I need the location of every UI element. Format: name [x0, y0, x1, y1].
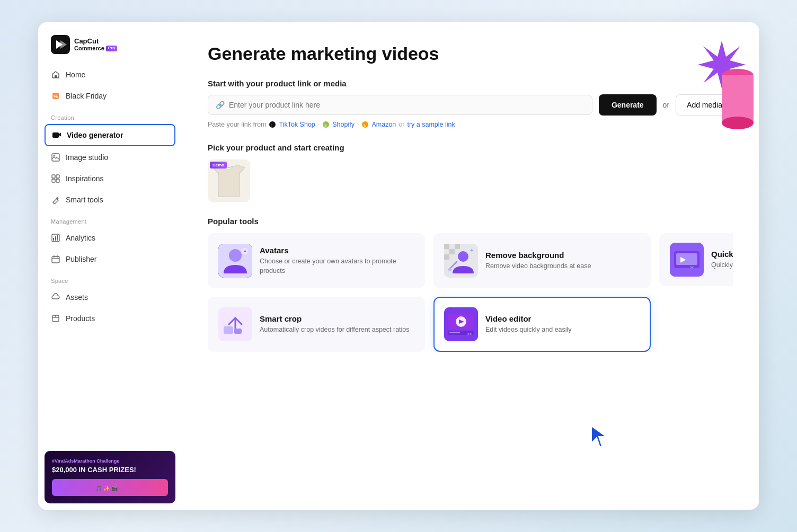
avatars-thumb: ✦	[218, 244, 252, 278]
tools-left-col: ✦ Avatars Choose or create your own avat…	[208, 233, 425, 352]
wand-icon	[51, 195, 60, 205]
svg-point-47	[448, 268, 451, 271]
remove-bg-desc: Remove video backgrounds at ease	[485, 262, 591, 271]
sidebar-item-smart-tools-label: Smart tools	[66, 196, 103, 204]
sidebar-item-inspirations[interactable]: Inspirations	[45, 169, 175, 189]
sidebar-item-image-studio[interactable]: Image studio	[45, 147, 175, 167]
sidebar-item-home[interactable]: Home	[45, 65, 175, 85]
svg-rect-43	[455, 244, 460, 249]
main-content: Generate marketing videos Start with you…	[182, 22, 759, 510]
quick-cut-info: Quick cu... Quickly editing t...	[711, 250, 733, 270]
svg-text:▶: ▶	[680, 255, 686, 263]
video-editor-thumb: ✂	[444, 307, 478, 341]
try-sample-link[interactable]: try a sample link	[407, 121, 455, 128]
link-input-wrap[interactable]: 🔗	[208, 95, 592, 115]
tiktok-icon: t	[269, 121, 276, 128]
amazon-icon: a	[361, 121, 369, 128]
logo-commerce: Commerce Pro	[74, 45, 117, 51]
link-icon: 🔗	[216, 101, 225, 109]
logo-text: CapCut Commerce Pro	[74, 38, 117, 51]
svg-rect-7	[52, 175, 55, 178]
video-editor-info: Video editor Edit videos quickly and eas…	[485, 314, 572, 335]
product-link-input[interactable]	[229, 101, 585, 109]
app-container: CapCut Commerce Pro Home	[38, 22, 759, 510]
demo-badge: Demo	[210, 162, 227, 169]
chart-icon	[51, 233, 60, 243]
generate-button[interactable]: Generate	[599, 94, 657, 116]
pro-badge: Pro	[106, 46, 117, 51]
product-link-row: 🔗 Generate or Add media	[208, 94, 733, 116]
smart-crop-info: Smart crop Automatically crop videos for…	[260, 314, 410, 335]
svg-rect-5	[52, 154, 59, 161]
svg-rect-14	[57, 235, 58, 241]
tag-icon: %	[51, 91, 60, 101]
image-icon	[51, 153, 60, 162]
page-title: Generate marketing videos	[208, 43, 733, 64]
smart-crop-thumb	[218, 307, 252, 341]
overflow-spacer	[659, 295, 733, 348]
svg-rect-42	[449, 249, 455, 254]
smart-crop-desc: Automatically crop videos for different …	[260, 325, 410, 335]
svg-rect-44	[444, 254, 449, 260]
sidebar-item-black-friday[interactable]: % Black Friday	[45, 86, 175, 106]
sidebar-item-publisher[interactable]: Publisher	[45, 249, 175, 269]
sidebar: CapCut Commerce Pro Home	[38, 22, 182, 510]
svg-text:t: t	[271, 123, 272, 127]
sidebar-item-publisher-label: Publisher	[66, 255, 96, 263]
svg-rect-12	[53, 238, 54, 241]
tools-right-col: ✦ Remove background Remove video backgro…	[433, 233, 651, 352]
svg-rect-15	[52, 256, 59, 263]
section-management-label: Management	[45, 211, 175, 228]
svg-rect-57	[676, 253, 697, 265]
svg-rect-41	[444, 244, 449, 249]
tool-card-video-editor[interactable]: ✂ Video editor Edit videos quickly and e…	[433, 297, 651, 352]
promo-banner[interactable]: #ViralAdsMarathon Challenge $20,000 IN C…	[45, 451, 175, 503]
svg-rect-39	[234, 329, 242, 334]
sidebar-item-black-friday-label: Black Friday	[66, 92, 107, 100]
shopify-icon: S	[322, 121, 330, 128]
smart-crop-title: Smart crop	[260, 314, 410, 323]
svg-text:%: %	[54, 94, 58, 99]
cursor-overlay	[589, 424, 610, 451]
paste-hint: Paste your link from t TikTok Shop · S S…	[208, 121, 733, 128]
banner-graphic: 🎵 ✨ 🎬	[94, 482, 126, 493]
link-section-label: Start with your product link or media	[208, 79, 733, 88]
sidebar-item-video-generator[interactable]: Video generator	[45, 124, 175, 146]
svg-text:S: S	[324, 123, 327, 127]
tool-card-remove-bg[interactable]: ✦ Remove background Remove video backgro…	[433, 233, 651, 288]
amazon-link[interactable]: Amazon	[371, 121, 396, 128]
sidebar-item-assets[interactable]: Assets	[45, 287, 175, 307]
tools-overflow-col: ▶ ✂ Quick cu... Quickly editing t...	[659, 233, 733, 352]
sidebar-item-video-generator-label: Video generator	[67, 131, 123, 139]
svg-rect-53	[449, 332, 460, 333]
tool-card-avatars[interactable]: ✦ Avatars Choose or create your own avat…	[208, 233, 425, 288]
tiktok-shop-link[interactable]: TikTok Shop	[279, 121, 315, 128]
svg-text:✦: ✦	[470, 247, 474, 253]
svg-point-6	[54, 155, 55, 157]
banner-prize-text: $20,000 IN CASH PRIZES!	[52, 466, 168, 474]
tools-grid: ✦ Avatars Choose or create your own avat…	[208, 233, 733, 352]
section-creation-label: Creation	[45, 107, 175, 124]
tools-section-label: Popular tools	[208, 217, 733, 226]
home-icon	[51, 70, 60, 79]
add-media-button[interactable]: Add media	[676, 94, 733, 116]
sidebar-item-analytics-label: Analytics	[66, 234, 95, 242]
video-editor-title: Video editor	[485, 314, 572, 323]
svg-text:🎵 ✨ 🎬: 🎵 ✨ 🎬	[95, 485, 118, 492]
tool-card-quick-cut[interactable]: ▶ ✂ Quick cu... Quickly editing t...	[659, 233, 733, 286]
sidebar-item-smart-tools[interactable]: Smart tools	[45, 190, 175, 210]
svg-rect-8	[56, 175, 59, 178]
svg-rect-13	[55, 236, 56, 241]
cursor-icon	[589, 424, 610, 449]
quick-cut-desc: Quickly editing t...	[711, 261, 733, 270]
shopify-link[interactable]: Shopify	[332, 121, 355, 128]
sidebar-item-home-label: Home	[66, 70, 85, 79]
sidebar-item-products[interactable]: Products	[45, 308, 175, 329]
logo-capcut: CapCut	[74, 38, 117, 45]
product-thumbnail[interactable]: Demo	[208, 159, 250, 202]
tool-card-smart-crop[interactable]: Smart crop Automatically crop videos for…	[208, 297, 425, 352]
avatars-desc: Choose or create your own avatars to pro…	[260, 257, 414, 276]
sidebar-item-analytics[interactable]: Analytics	[45, 228, 175, 248]
sidebar-item-image-studio-label: Image studio	[66, 153, 108, 162]
svg-rect-4	[52, 132, 59, 138]
